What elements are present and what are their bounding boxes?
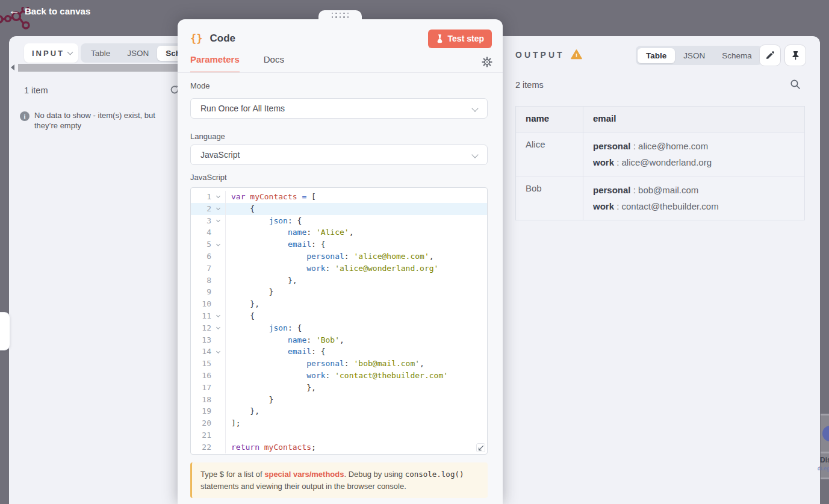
line-number: 2 bbox=[191, 203, 211, 215]
pencil-icon bbox=[765, 51, 775, 60]
code-line-6[interactable]: 6 personal: 'alice@home.com', bbox=[191, 250, 487, 263]
output-tab-schema[interactable]: Schema bbox=[713, 48, 760, 63]
empty-message-line2: they’re empty bbox=[34, 121, 81, 130]
fold-spacer bbox=[211, 226, 225, 238]
code-line-21[interactable]: 21 bbox=[191, 429, 487, 441]
code-line-8[interactable]: 8 }, bbox=[191, 275, 487, 287]
code-line-19[interactable]: 19 }, bbox=[191, 405, 487, 417]
hint-text-post: statements and viewing their output in t… bbox=[200, 482, 406, 491]
cell-email: personal : alice@home.comwork : alice@wo… bbox=[583, 132, 805, 176]
output-items-count: 2 items bbox=[515, 80, 544, 90]
code-line-content: personal: 'bob@mail.com', bbox=[226, 358, 424, 370]
modal-drag-handle[interactable] bbox=[318, 10, 362, 20]
code-line-10[interactable]: 10 }, bbox=[191, 298, 487, 310]
clipped-node-subtitle: dLega bbox=[818, 465, 829, 471]
input-empty-message: i No data to show - item(s) exist, but t… bbox=[20, 111, 174, 131]
line-number: 4 bbox=[191, 226, 211, 238]
code-line-12[interactable]: 12 json: { bbox=[191, 322, 487, 334]
code-line-content: } bbox=[226, 286, 273, 298]
line-number: 18 bbox=[191, 394, 211, 406]
output-tab-json[interactable]: JSON bbox=[675, 48, 713, 63]
code-line-3[interactable]: 3 json: { bbox=[191, 215, 487, 227]
code-line-content: ]; bbox=[226, 417, 241, 429]
code-line-14[interactable]: 14 email: { bbox=[191, 346, 487, 358]
warning-triangle-icon: ! bbox=[571, 49, 582, 60]
output-table: name email Alicepersonal : alice@home.co… bbox=[515, 106, 805, 220]
fold-chevron-icon[interactable] bbox=[211, 310, 225, 322]
cell-name: Alice bbox=[516, 132, 583, 176]
fold-chevron-icon[interactable] bbox=[211, 346, 225, 358]
edit-output-button[interactable] bbox=[759, 45, 781, 66]
fold-spacer bbox=[211, 429, 225, 441]
code-line-content: }, bbox=[226, 298, 259, 310]
input-tab-table[interactable]: Table bbox=[82, 46, 119, 61]
search-icon[interactable] bbox=[790, 79, 801, 90]
fold-spacer bbox=[211, 263, 225, 275]
code-line-20[interactable]: 20]; bbox=[191, 417, 487, 429]
line-number: 7 bbox=[191, 263, 211, 275]
clipped-canvas-divider bbox=[821, 452, 829, 453]
code-line-5[interactable]: 5 email: { bbox=[191, 238, 487, 250]
line-number: 14 bbox=[191, 346, 211, 358]
clipped-node-title: Dis bbox=[820, 456, 829, 464]
table-row[interactable]: Bobpersonal : bob@mail.comwork : contact… bbox=[516, 176, 805, 220]
email-entry: work : alice@wonderland.org bbox=[593, 157, 795, 167]
line-number: 15 bbox=[191, 358, 211, 370]
fold-spacer bbox=[211, 298, 225, 310]
code-line-22[interactable]: 22return myContacts; bbox=[191, 441, 487, 453]
n8n-node-detail-view: { "colors": { "accent": "#ee6d5a", "warn… bbox=[0, 0, 829, 504]
fold-chevron-icon[interactable] bbox=[211, 191, 225, 203]
panel-resize-handle[interactable] bbox=[0, 312, 10, 350]
fold-chevron-icon[interactable] bbox=[211, 215, 225, 227]
code-line-content: email: { bbox=[226, 238, 326, 250]
code-line-9[interactable]: 9 } bbox=[191, 286, 487, 298]
mode-select[interactable]: Run Once for All Items bbox=[190, 98, 488, 119]
code-line-11[interactable]: 11 { bbox=[191, 310, 487, 322]
language-select-value: JavaScript bbox=[200, 150, 240, 160]
resize-icon bbox=[478, 445, 484, 451]
modal-tab-parameters[interactable]: Parameters bbox=[190, 54, 240, 73]
code-line-16[interactable]: 16 work: 'contact@thebuilder.com' bbox=[191, 370, 487, 382]
code-line-content: { bbox=[226, 203, 255, 215]
output-tab-table[interactable]: Table bbox=[638, 48, 675, 63]
hint-code-snippet: console.log() bbox=[405, 470, 464, 479]
special-vars-link[interactable]: special vars/methods bbox=[264, 470, 344, 479]
code-line-content: return myContacts; bbox=[226, 441, 316, 453]
code-line-17[interactable]: 17 }, bbox=[191, 382, 487, 394]
input-items-count: 1 item bbox=[24, 86, 48, 95]
fold-spacer bbox=[211, 417, 225, 429]
code-line-2[interactable]: 2 { bbox=[191, 203, 487, 215]
fold-chevron-icon[interactable] bbox=[211, 203, 225, 215]
code-line-4[interactable]: 4 name: 'Alice', bbox=[191, 226, 487, 238]
gear-icon[interactable] bbox=[482, 57, 492, 67]
input-tab-json[interactable]: JSON bbox=[119, 46, 157, 61]
language-select[interactable]: JavaScript bbox=[190, 145, 488, 165]
cell-name: Bob bbox=[516, 176, 583, 220]
code-line-13[interactable]: 13 name: 'Bob', bbox=[191, 334, 487, 346]
fold-spacer bbox=[211, 358, 225, 370]
modal-tabs: ParametersDocs bbox=[190, 54, 284, 73]
output-header: OUTPUT ! bbox=[515, 49, 582, 60]
code-line-7[interactable]: 7 work: 'alice@wonderland.org' bbox=[191, 263, 487, 275]
back-to-canvas-button[interactable]: ← Back to canvas bbox=[8, 5, 90, 17]
fold-chevron-icon[interactable] bbox=[211, 238, 225, 250]
code-line-content: }, bbox=[226, 382, 316, 394]
chevron-down-icon bbox=[471, 151, 478, 158]
test-step-button[interactable]: Test step bbox=[428, 30, 492, 48]
fold-chevron-icon[interactable] bbox=[211, 322, 225, 334]
email-entry: personal : bob@mail.com bbox=[593, 185, 795, 195]
input-panel-selector[interactable]: INPUT bbox=[24, 43, 78, 63]
modal-tab-docs[interactable]: Docs bbox=[264, 54, 284, 73]
scroll-left-arrow-icon[interactable] bbox=[11, 64, 14, 70]
mode-select-value: Run Once for All Items bbox=[200, 104, 285, 113]
line-number: 20 bbox=[191, 417, 211, 429]
code-line-15[interactable]: 15 personal: 'bob@mail.com', bbox=[191, 358, 487, 370]
code-line-1[interactable]: 1var myContacts = [ bbox=[191, 191, 487, 203]
editor-resize-handle[interactable] bbox=[476, 443, 485, 452]
code-editor[interactable]: 1var myContacts = [2 {3 json: {4 name: '… bbox=[190, 187, 488, 455]
pin-data-button[interactable] bbox=[784, 45, 806, 66]
fold-spacer bbox=[211, 370, 225, 382]
table-row[interactable]: Alicepersonal : alice@home.comwork : ali… bbox=[516, 132, 805, 176]
test-step-label: Test step bbox=[448, 34, 484, 43]
code-line-18[interactable]: 18 } bbox=[191, 394, 487, 406]
